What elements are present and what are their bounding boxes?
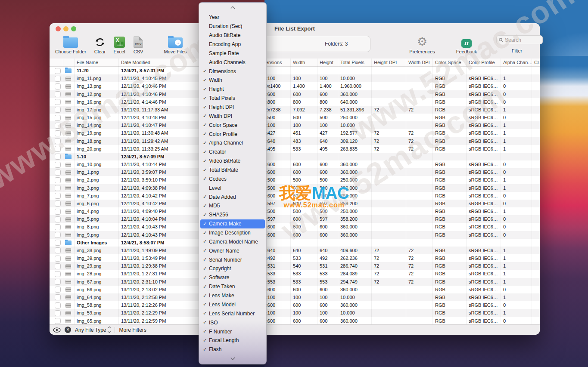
menu-item-total-pixels[interactable]: ✓Total Pixels	[199, 94, 266, 103]
menu-item-focal-length[interactable]: ✓Focal Length	[199, 336, 266, 345]
row-checkbox[interactable]	[55, 68, 61, 74]
row-checkbox[interactable]	[55, 193, 61, 199]
row-checkbox[interactable]	[55, 302, 61, 308]
row-checkbox[interactable]	[55, 216, 61, 222]
cell: sRGB IEC6…	[467, 254, 501, 262]
menu-item-audio-channels[interactable]: Audio Channels	[199, 58, 266, 67]
move-files-button[interactable]: → Move Files	[155, 34, 196, 54]
menu-scroll-up[interactable]	[199, 4, 266, 12]
menu-item-label: Width DPI	[209, 113, 232, 119]
menu-item-date-added[interactable]: ✓Date Added	[199, 192, 266, 201]
menu-item-camera-make[interactable]: ✓Camera Make	[200, 219, 265, 228]
menu-item-f-number[interactable]: ✓F Number	[199, 327, 266, 336]
search-input[interactable]: Search	[496, 35, 543, 44]
column-header[interactable]: Color Profile	[467, 59, 501, 66]
row-checkbox[interactable]	[55, 107, 61, 113]
search-placeholder: Search	[505, 37, 521, 43]
row-checkbox[interactable]	[55, 138, 61, 144]
menu-item-height-dpi[interactable]: ✓Height DPI	[199, 103, 266, 112]
menu-item-total-bitrate[interactable]: ✓Total BitRate	[199, 166, 266, 175]
row-checkbox[interactable]	[55, 146, 61, 152]
row-checkbox[interactable]	[55, 115, 61, 121]
menu-item-serial-number[interactable]: ✓Serial Number	[199, 255, 266, 264]
column-header[interactable]: File Name	[75, 59, 119, 66]
row-checkbox[interactable]	[55, 294, 61, 300]
row-checkbox[interactable]	[55, 232, 61, 238]
column-header[interactable]: Width	[291, 59, 317, 66]
row-checkbox[interactable]	[55, 247, 61, 253]
menu-item-color-space[interactable]: ✓Color Space	[199, 120, 266, 130]
row-checkbox[interactable]	[55, 271, 61, 277]
eye-icon[interactable]	[53, 327, 61, 333]
column-header[interactable]: Date Modified	[119, 59, 204, 66]
menu-item-duration-sec-[interactable]: Duration (Sec)	[199, 22, 266, 31]
menu-item-lens-serial-number[interactable]: ✓Lens Serial Number	[199, 309, 266, 318]
row-checkbox[interactable]	[55, 76, 61, 82]
menu-item-flash[interactable]: ✓Flash	[199, 345, 266, 354]
row-checkbox[interactable]	[55, 224, 61, 230]
column-header[interactable]: Width DPI	[407, 59, 433, 66]
column-header[interactable]: Color Space	[433, 59, 467, 66]
menu-item-camera-model-name[interactable]: ✓Camera Model Name	[199, 237, 266, 246]
menu-item-image-description[interactable]: ✓Image Description	[199, 228, 266, 237]
row-checkbox[interactable]	[55, 209, 61, 215]
menu-item-width[interactable]: ✓Width	[199, 76, 266, 85]
menu-item-software[interactable]: ✓Software	[199, 273, 266, 282]
menu-item-lens-make[interactable]: ✓Lens Make	[199, 291, 266, 300]
row-checkbox[interactable]	[55, 310, 61, 316]
cell: 0	[501, 114, 532, 121]
menu-item-codecs[interactable]: ✓Codecs	[199, 174, 266, 183]
menu-item-dimensions[interactable]: ✓Dimensions	[199, 67, 266, 76]
menu-item-encoding-app[interactable]: Encoding App	[199, 40, 266, 49]
cell: RGB	[433, 286, 467, 293]
menu-item-sha256[interactable]: ✓SHA256	[199, 210, 266, 219]
menu-item-creator[interactable]: ✓Creator	[199, 148, 266, 157]
menu-item-owner-name[interactable]: ✓Owner Name	[199, 246, 266, 255]
row-checkbox[interactable]	[55, 318, 61, 324]
column-header[interactable]: Height DPI	[372, 59, 406, 66]
menu-item-year[interactable]: Year	[199, 13, 266, 22]
feedback-button[interactable]: Feedback	[446, 34, 487, 54]
cell	[372, 317, 406, 325]
column-header[interactable]: Cr…	[532, 59, 541, 66]
row-checkbox[interactable]	[55, 185, 61, 191]
row-checkbox[interactable]	[55, 256, 61, 262]
row-checkbox[interactable]	[55, 154, 61, 160]
column-header[interactable]: Height	[318, 59, 338, 66]
row-checkbox[interactable]	[55, 83, 61, 89]
row-checkbox[interactable]	[55, 162, 61, 168]
row-checkbox[interactable]	[55, 99, 61, 105]
menu-item-audio-bitrate[interactable]: Audio BitRate	[199, 31, 266, 40]
menu-item-alpha-channel[interactable]: ✓Alpha Channel	[199, 139, 266, 148]
menu-item-video-bitrate[interactable]: ✓Video BitRate	[199, 157, 266, 166]
menu-item-color-profile[interactable]: ✓Color Profile	[199, 130, 266, 139]
preferences-button[interactable]: ⚙ Preferences	[401, 34, 443, 54]
row-checkbox[interactable]	[55, 91, 61, 97]
row-checkbox[interactable]	[55, 240, 61, 246]
row-checkbox[interactable]	[55, 287, 61, 293]
csv-button[interactable]: CSV CSV	[118, 34, 159, 54]
file-type-select[interactable]: Any File Type	[75, 327, 111, 333]
row-checkbox[interactable]	[55, 123, 61, 129]
clear-filter-icon[interactable]: ✕	[65, 327, 71, 333]
menu-item-sample-rate[interactable]: Sample Rate	[199, 49, 266, 58]
more-filters-button[interactable]: More Filters	[119, 327, 146, 333]
menu-item-level[interactable]: Level	[199, 183, 266, 192]
row-checkbox[interactable]	[55, 130, 61, 136]
column-header[interactable]: Total Pixels	[339, 59, 372, 66]
cell: 100	[318, 309, 338, 317]
menu-item-date-taken[interactable]: ✓Date Taken	[199, 282, 266, 291]
row-checkbox[interactable]	[55, 177, 61, 183]
menu-item-md5[interactable]: ✓MD5	[199, 201, 266, 210]
menu-item-lens-model[interactable]: ✓Lens Model	[199, 300, 266, 309]
row-checkbox[interactable]	[55, 263, 61, 269]
row-checkbox[interactable]	[55, 170, 61, 176]
row-checkbox[interactable]	[55, 279, 61, 285]
menu-item-height[interactable]: ✓Height	[199, 85, 266, 94]
menu-item-iso[interactable]: ✓ISO	[199, 318, 266, 327]
menu-item-width-dpi[interactable]: ✓Width DPI	[199, 111, 266, 120]
menu-item-copyright[interactable]: ✓Copyright	[199, 264, 266, 273]
row-checkbox[interactable]	[55, 200, 61, 207]
menu-scroll-down[interactable]	[199, 354, 266, 361]
column-header[interactable]: Alpha Chan…	[501, 59, 532, 66]
